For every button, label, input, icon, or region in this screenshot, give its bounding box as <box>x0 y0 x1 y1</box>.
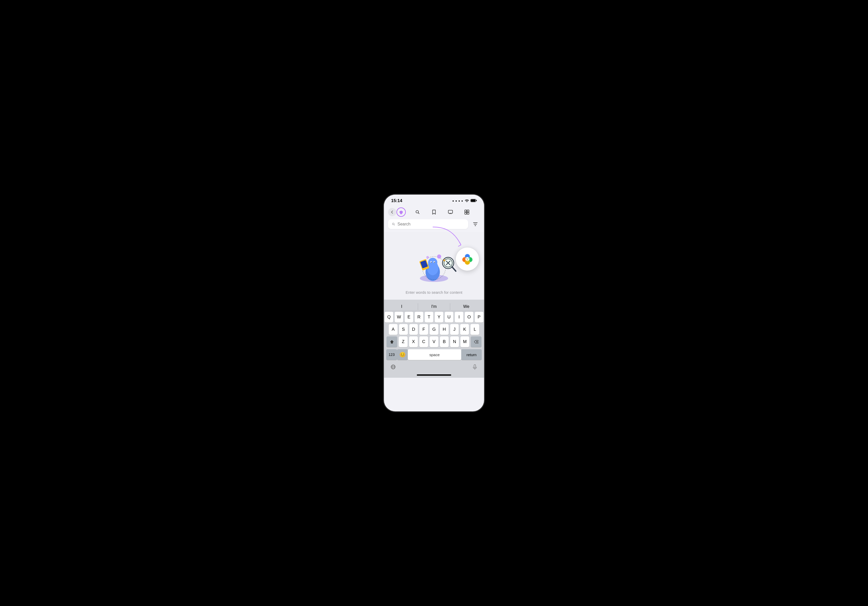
key-k[interactable]: K <box>460 324 469 335</box>
key-s[interactable]: S <box>399 324 408 335</box>
svg-point-26 <box>428 258 437 267</box>
chat-nav-icon[interactable] <box>446 208 455 217</box>
keyboard-row-3: Z X C V B N M <box>385 336 483 347</box>
svg-rect-10 <box>467 210 469 212</box>
autocomplete-im[interactable]: I'm <box>418 303 450 310</box>
svg-point-6 <box>401 212 402 214</box>
battery-icon <box>470 198 477 203</box>
numbers-key[interactable]: 123 <box>386 349 397 360</box>
autocomplete-i[interactable]: I <box>386 303 418 310</box>
filter-icon <box>473 222 478 227</box>
key-y[interactable]: Y <box>435 312 443 322</box>
keyboard: I I'm We Q W E R T Y U I O P A S D F G H… <box>384 300 484 378</box>
key-e[interactable]: E <box>405 312 413 322</box>
svg-rect-12 <box>467 212 469 214</box>
key-j[interactable]: J <box>450 324 459 335</box>
svg-rect-2 <box>471 200 476 202</box>
key-m[interactable]: M <box>460 336 469 347</box>
search-nav-icon[interactable] <box>413 208 422 217</box>
key-w[interactable]: W <box>395 312 403 322</box>
clover-nav-icon[interactable] <box>397 208 406 217</box>
floating-app-icon <box>456 248 479 271</box>
delete-icon <box>474 340 479 344</box>
autocomplete-we[interactable]: We <box>450 303 482 310</box>
emoji-key[interactable]: 😊 <box>397 349 408 360</box>
key-f[interactable]: F <box>419 324 428 335</box>
svg-point-30 <box>434 262 435 263</box>
key-c[interactable]: C <box>419 336 428 347</box>
search-input[interactable] <box>398 222 465 226</box>
svg-point-36 <box>437 254 441 259</box>
key-g[interactable]: G <box>429 324 439 335</box>
key-v[interactable]: V <box>429 336 439 347</box>
nav-bar <box>384 205 484 219</box>
microphone-key[interactable] <box>470 361 480 372</box>
bookmark-nav-icon[interactable] <box>429 208 439 217</box>
shift-icon <box>389 339 394 344</box>
globe-icon <box>391 364 396 370</box>
empty-state-illustration <box>408 242 460 286</box>
return-key[interactable]: return <box>461 349 482 360</box>
delete-key[interactable] <box>471 336 482 347</box>
status-bar: 15:14 ● ● ● ● <box>384 195 484 205</box>
filter-button[interactable] <box>471 220 480 229</box>
svg-rect-41 <box>474 365 476 368</box>
key-t[interactable]: T <box>425 312 433 322</box>
home-indicator <box>417 374 451 376</box>
main-content: Enter words to search for content <box>384 232 484 300</box>
space-key[interactable]: space <box>408 349 461 360</box>
autocomplete-row: I I'm We <box>385 302 483 311</box>
key-d[interactable]: D <box>409 324 418 335</box>
key-h[interactable]: H <box>440 324 449 335</box>
key-u[interactable]: U <box>445 312 453 322</box>
back-button[interactable] <box>388 208 396 216</box>
grid-nav-icon[interactable] <box>462 208 471 217</box>
svg-point-37 <box>426 256 429 259</box>
search-input-icon <box>392 222 395 226</box>
key-a[interactable]: A <box>389 324 398 335</box>
app-clover-icon <box>460 252 474 266</box>
key-r[interactable]: R <box>415 312 423 322</box>
key-n[interactable]: N <box>450 336 459 347</box>
svg-point-29 <box>431 262 432 263</box>
wifi-icon <box>465 198 469 203</box>
key-l[interactable]: L <box>470 324 479 335</box>
key-p[interactable]: P <box>475 312 483 322</box>
phone-frame: 15:14 ● ● ● ● <box>384 195 484 411</box>
svg-rect-1 <box>476 200 477 201</box>
svg-rect-11 <box>465 212 467 214</box>
status-icons: ● ● ● ● <box>452 198 477 203</box>
svg-point-38 <box>443 259 445 261</box>
key-q[interactable]: Q <box>385 312 393 322</box>
empty-state-text: Enter words to search for content <box>406 290 462 294</box>
keyboard-row-2: A S D F G H J K L <box>385 324 483 335</box>
keyboard-bottom-row: 123 😊 space return <box>385 349 483 361</box>
keyboard-row-1: Q W E R T Y U I O P <box>385 312 483 322</box>
status-time: 15:14 <box>391 198 402 203</box>
globe-key[interactable] <box>388 361 398 372</box>
shift-key[interactable] <box>386 336 397 347</box>
search-bar-container <box>384 219 484 232</box>
signal-icon: ● ● ● ● <box>452 199 463 202</box>
key-b[interactable]: B <box>440 336 449 347</box>
svg-rect-8 <box>448 210 453 213</box>
key-o[interactable]: O <box>465 312 473 322</box>
search-bar[interactable] <box>388 219 468 229</box>
mic-icon <box>472 364 477 370</box>
key-x[interactable]: X <box>409 336 418 347</box>
key-z[interactable]: Z <box>399 336 408 347</box>
key-i[interactable]: I <box>455 312 463 322</box>
svg-rect-9 <box>465 210 467 212</box>
